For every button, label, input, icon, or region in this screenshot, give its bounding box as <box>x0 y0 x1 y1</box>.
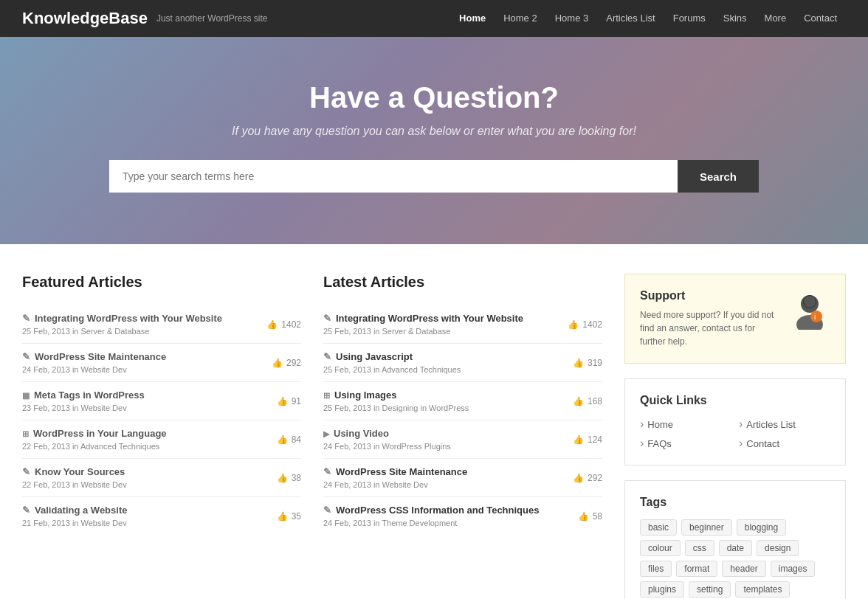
hero-section: Have a Question? If you have any questio… <box>0 37 868 244</box>
hero-subtitle: If you have any question you can ask bel… <box>15 125 853 138</box>
thumbs-up-icon: 👍 <box>277 396 288 406</box>
edit-icon <box>323 505 331 516</box>
vote-count: 319 <box>588 358 602 368</box>
search-input[interactable] <box>109 160 678 193</box>
featured-list: Integrating WordPress with Your Website … <box>22 305 301 535</box>
nav-link-skins[interactable]: Skins <box>714 0 756 37</box>
article-title: Using Javascript <box>336 351 413 362</box>
support-box: Support Need more support? If you did no… <box>624 274 846 364</box>
article-info: Using Video 24 Feb, 2013 in WordPress Pl… <box>323 428 565 451</box>
tag-design[interactable]: design <box>757 540 799 556</box>
article-title-link[interactable]: Integrating WordPress with Your Website <box>22 313 259 324</box>
nav-link-articles-list[interactable]: Articles List <box>597 0 664 37</box>
article-title-link[interactable]: WordPress in Your Language <box>22 428 269 439</box>
latest-articles-column: Latest Articles Integrating WordPress wi… <box>323 274 602 599</box>
edit-icon <box>323 313 331 324</box>
thumbs-up-icon: 👍 <box>573 434 584 445</box>
nav-link-home-3[interactable]: Home 3 <box>546 0 598 37</box>
tag-colour[interactable]: colour <box>640 540 681 556</box>
quick-links-grid: HomeArticles ListFAQsContact <box>640 418 830 450</box>
article-title-link[interactable]: Integrating WordPress with Your Website <box>323 313 560 324</box>
article-info: Validating a Website 21 Feb, 2013 in Web… <box>22 505 269 527</box>
tag-setting[interactable]: setting <box>689 581 731 598</box>
quick-link-home[interactable]: Home <box>640 418 731 431</box>
edit-icon <box>22 466 30 477</box>
featured-articles-column: Featured Articles Integrating WordPress … <box>22 274 301 599</box>
article-meta: 21 Feb, 2013 in Website Dev <box>22 519 269 527</box>
vote-count: 58 <box>593 511 602 522</box>
tag-header[interactable]: header <box>722 561 765 577</box>
article-title: Using Images <box>334 389 397 401</box>
edit-icon <box>323 351 331 362</box>
nav-link-home[interactable]: Home <box>450 0 495 37</box>
article-title-link[interactable]: Using Images <box>323 389 565 401</box>
thumbs-up-icon: 👍 <box>277 473 288 483</box>
article-votes: 👍 38 <box>277 473 301 483</box>
article-meta: 25 Feb, 2013 in Server & Database <box>22 327 259 336</box>
article-info: WordPress Site Maintenance 24 Feb, 2013 … <box>323 466 565 489</box>
article-meta: 24 Feb, 2013 in WordPress Plugins <box>323 442 565 451</box>
quick-link-faqs[interactable]: FAQs <box>640 437 731 450</box>
support-title: Support <box>640 289 779 302</box>
article-title-link[interactable]: Validating a Website <box>22 505 269 516</box>
quick-links-title: Quick Links <box>640 394 830 407</box>
tag-templates[interactable]: templates <box>735 581 790 598</box>
edit-icon <box>22 313 30 324</box>
thumbs-up-icon: 👍 <box>272 358 283 368</box>
tags-box: Tags basicbeginnerbloggingcolourcssdated… <box>624 480 846 599</box>
nav-link-more[interactable]: More <box>756 0 796 37</box>
article-title-link[interactable]: WordPress Site Maintenance <box>323 466 565 477</box>
quick-link-contact[interactable]: Contact <box>739 437 830 450</box>
article-info: Using Images 25 Feb, 2013 in Designing i… <box>323 389 565 412</box>
tag-css[interactable]: css <box>685 540 714 556</box>
nav-link-home-2[interactable]: Home 2 <box>495 0 546 37</box>
quick-link-articles-list[interactable]: Articles List <box>739 418 830 431</box>
tags-title: Tags <box>640 496 830 509</box>
vote-count: 38 <box>292 473 301 483</box>
article-title-link[interactable]: Know Your Sources <box>22 466 269 477</box>
tag-images[interactable]: images <box>771 561 816 577</box>
article-item: WordPress Site Maintenance 24 Feb, 2013 … <box>323 459 602 497</box>
tag-files[interactable]: files <box>640 561 672 577</box>
article-info: Meta Tags in WordPress 23 Feb, 2013 in W… <box>22 389 269 412</box>
article-votes: 👍 292 <box>272 358 301 368</box>
tag-date[interactable]: date <box>719 540 752 556</box>
article-title: WordPress Site Maintenance <box>336 466 467 477</box>
article-meta: 25 Feb, 2013 in Server & Database <box>323 327 560 336</box>
article-item: Integrating WordPress with Your Website … <box>323 305 602 344</box>
article-meta: 25 Feb, 2013 in Designing in WordPress <box>323 404 565 412</box>
tags-list: basicbeginnerbloggingcolourcssdatedesign… <box>640 519 830 599</box>
sidebar: Support Need more support? If you did no… <box>624 274 846 599</box>
article-item: Using Video 24 Feb, 2013 in WordPress Pl… <box>323 420 602 459</box>
article-meta: 24 Feb, 2013 in Website Dev <box>22 365 264 374</box>
article-title: Know Your Sources <box>35 466 125 477</box>
video-icon <box>323 428 329 439</box>
article-title-link[interactable]: Meta Tags in WordPress <box>22 389 269 401</box>
thumbs-up-icon: 👍 <box>573 473 584 483</box>
article-title-link[interactable]: Using Video <box>323 428 565 439</box>
latest-list: Integrating WordPress with Your Website … <box>323 305 602 535</box>
article-votes: 👍 292 <box>573 473 602 483</box>
article-meta: 22 Feb, 2013 in Advanced Techniques <box>22 442 269 451</box>
article-title-link[interactable]: WordPress CSS Information and Techniques <box>323 505 571 516</box>
site-logo: KnowledgeBase <box>22 9 148 28</box>
search-button[interactable]: Search <box>678 160 759 193</box>
nav-link-forums[interactable]: Forums <box>664 0 714 37</box>
tag-plugins[interactable]: plugins <box>640 581 684 598</box>
nav-item-contact: Contact <box>795 0 846 37</box>
article-info: WordPress Site Maintenance 24 Feb, 2013 … <box>22 351 264 374</box>
featured-section-title: Featured Articles <box>22 274 301 291</box>
tag-format[interactable]: format <box>676 561 717 577</box>
article-votes: 👍 1402 <box>568 319 602 330</box>
article-title-link[interactable]: WordPress Site Maintenance <box>22 351 264 362</box>
tag-basic[interactable]: basic <box>640 519 677 536</box>
article-title-link[interactable]: Using Javascript <box>323 351 565 362</box>
edit-icon <box>22 351 30 362</box>
vote-count: 1402 <box>281 319 301 330</box>
article-item: WordPress in Your Language 22 Feb, 2013 … <box>22 420 301 459</box>
nav-link-contact[interactable]: Contact <box>795 0 846 37</box>
vote-count: 168 <box>588 396 602 406</box>
tag-beginner[interactable]: beginner <box>681 519 732 536</box>
tag-blogging[interactable]: blogging <box>737 519 786 536</box>
article-meta: 23 Feb, 2013 in Website Dev <box>22 404 269 412</box>
